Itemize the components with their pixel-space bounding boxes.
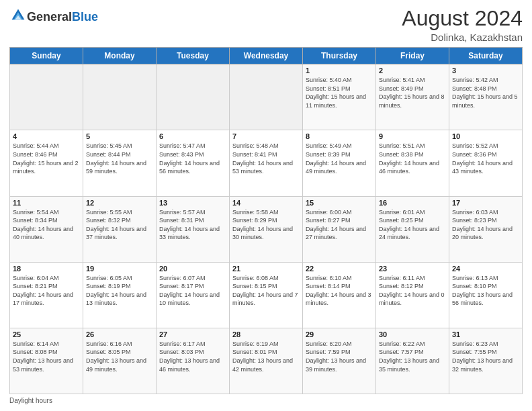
day-info: Sunrise: 6:19 AMSunset: 8:01 PMDaylight:…: [232, 340, 300, 373]
table-row: 27Sunrise: 6:17 AMSunset: 8:03 PMDayligh…: [157, 328, 230, 394]
calendar-header-row: Sunday Monday Tuesday Wednesday Thursday…: [10, 48, 523, 64]
header-sunday: Sunday: [10, 48, 83, 64]
table-row: 6Sunrise: 5:47 AMSunset: 8:43 PMDaylight…: [157, 130, 230, 196]
table-row: 2Sunrise: 5:41 AMSunset: 8:49 PMDaylight…: [376, 64, 449, 130]
day-number: 25: [13, 330, 80, 338]
day-info: Sunrise: 6:14 AMSunset: 8:08 PMDaylight:…: [13, 340, 80, 373]
logo-general-text: General: [27, 10, 72, 24]
table-row: 25Sunrise: 6:14 AMSunset: 8:08 PMDayligh…: [10, 328, 83, 394]
table-row: 7Sunrise: 5:48 AMSunset: 8:41 PMDaylight…: [230, 130, 303, 196]
table-row: 29Sunrise: 6:20 AMSunset: 7:59 PMDayligh…: [303, 328, 376, 394]
table-row: 9Sunrise: 5:51 AMSunset: 8:38 PMDaylight…: [376, 130, 449, 196]
table-row: 31Sunrise: 6:23 AMSunset: 7:55 PMDayligh…: [449, 328, 523, 394]
day-number: 10: [452, 132, 519, 140]
day-info: Sunrise: 5:49 AMSunset: 8:39 PMDaylight:…: [306, 142, 373, 175]
header-wednesday: Wednesday: [230, 48, 303, 64]
day-info: Sunrise: 5:51 AMSunset: 8:38 PMDaylight:…: [379, 142, 446, 175]
day-number: 8: [306, 132, 373, 140]
day-number: 17: [452, 199, 519, 207]
day-info: Sunrise: 5:55 AMSunset: 8:32 PMDaylight:…: [86, 208, 153, 242]
day-info: Sunrise: 6:16 AMSunset: 8:05 PMDaylight:…: [86, 340, 153, 373]
day-number: 2: [379, 66, 446, 75]
day-info: Sunrise: 6:04 AMSunset: 8:21 PMDaylight:…: [13, 274, 80, 308]
day-info: Sunrise: 6:13 AMSunset: 8:10 PMDaylight:…: [452, 274, 519, 308]
day-number: 27: [159, 330, 226, 338]
table-row: 30Sunrise: 6:22 AMSunset: 7:57 PMDayligh…: [376, 328, 449, 394]
table-row: 28Sunrise: 6:19 AMSunset: 8:01 PMDayligh…: [230, 328, 303, 394]
calendar-week-row: 18Sunrise: 6:04 AMSunset: 8:21 PMDayligh…: [10, 262, 523, 328]
table-row: 15Sunrise: 6:00 AMSunset: 8:27 PMDayligh…: [303, 196, 376, 262]
header-monday: Monday: [83, 48, 157, 64]
table-row: 14Sunrise: 5:58 AMSunset: 8:29 PMDayligh…: [230, 196, 303, 262]
table-row: 20Sunrise: 6:07 AMSunset: 8:17 PMDayligh…: [157, 262, 230, 328]
day-info: Sunrise: 6:11 AMSunset: 8:12 PMDaylight:…: [379, 274, 446, 308]
day-number: 1: [306, 66, 373, 75]
table-row: 18Sunrise: 6:04 AMSunset: 8:21 PMDayligh…: [10, 262, 83, 328]
day-number: 18: [13, 265, 80, 273]
table-row: 26Sunrise: 6:16 AMSunset: 8:05 PMDayligh…: [83, 328, 157, 394]
calendar-week-row: 4Sunrise: 5:44 AMSunset: 8:46 PMDaylight…: [10, 130, 523, 196]
day-info: Sunrise: 6:00 AMSunset: 8:27 PMDaylight:…: [306, 208, 373, 242]
day-number: 28: [232, 330, 300, 338]
day-number: 21: [232, 265, 300, 273]
day-info: Sunrise: 6:07 AMSunset: 8:17 PMDaylight:…: [159, 274, 226, 308]
table-row: 12Sunrise: 5:55 AMSunset: 8:32 PMDayligh…: [83, 196, 157, 262]
day-number: 20: [159, 265, 226, 273]
day-info: Sunrise: 6:17 AMSunset: 8:03 PMDaylight:…: [159, 340, 226, 373]
empty-cell: [230, 64, 303, 130]
day-number: 5: [86, 132, 153, 140]
table-row: 1Sunrise: 5:40 AMSunset: 8:51 PMDaylight…: [303, 64, 376, 130]
day-info: Sunrise: 6:20 AMSunset: 7:59 PMDaylight:…: [306, 340, 373, 373]
day-info: Sunrise: 5:40 AMSunset: 8:51 PMDaylight:…: [306, 76, 373, 109]
day-number: 31: [452, 330, 519, 338]
day-info: Sunrise: 5:44 AMSunset: 8:46 PMDaylight:…: [13, 142, 80, 175]
day-info: Sunrise: 5:48 AMSunset: 8:41 PMDaylight:…: [232, 142, 300, 175]
header: GeneralBlue August 2024 Dolinka, Kazakhs…: [9, 7, 523, 43]
day-info: Sunrise: 5:52 AMSunset: 8:36 PMDaylight:…: [452, 142, 519, 175]
table-row: 24Sunrise: 6:13 AMSunset: 8:10 PMDayligh…: [449, 262, 523, 328]
day-number: 22: [306, 265, 373, 273]
day-number: 6: [159, 132, 226, 140]
day-number: 15: [306, 199, 373, 207]
day-info: Sunrise: 6:05 AMSunset: 8:19 PMDaylight:…: [86, 274, 153, 308]
day-info: Sunrise: 6:01 AMSunset: 8:25 PMDaylight:…: [379, 208, 446, 242]
header-saturday: Saturday: [449, 48, 523, 64]
day-info: Sunrise: 5:57 AMSunset: 8:31 PMDaylight:…: [159, 208, 226, 242]
day-number: 19: [86, 265, 153, 273]
empty-cell: [83, 64, 157, 130]
day-info: Sunrise: 5:42 AMSunset: 8:48 PMDaylight:…: [452, 76, 519, 109]
calendar: Sunday Monday Tuesday Wednesday Thursday…: [9, 47, 523, 394]
day-info: Sunrise: 5:45 AMSunset: 8:44 PMDaylight:…: [86, 142, 153, 175]
empty-cell: [10, 64, 83, 130]
table-row: 22Sunrise: 6:10 AMSunset: 8:14 PMDayligh…: [303, 262, 376, 328]
header-tuesday: Tuesday: [157, 48, 230, 64]
table-row: 17Sunrise: 6:03 AMSunset: 8:23 PMDayligh…: [449, 196, 523, 262]
table-row: 11Sunrise: 5:54 AMSunset: 8:34 PMDayligh…: [10, 196, 83, 262]
table-row: 19Sunrise: 6:05 AMSunset: 8:19 PMDayligh…: [83, 262, 157, 328]
day-info: Sunrise: 6:08 AMSunset: 8:15 PMDaylight:…: [232, 274, 300, 308]
day-number: 16: [379, 199, 446, 207]
header-thursday: Thursday: [303, 48, 376, 64]
calendar-week-row: 1Sunrise: 5:40 AMSunset: 8:51 PMDaylight…: [10, 64, 523, 130]
day-info: Sunrise: 6:23 AMSunset: 7:55 PMDaylight:…: [452, 340, 519, 373]
table-row: 13Sunrise: 5:57 AMSunset: 8:31 PMDayligh…: [157, 196, 230, 262]
calendar-week-row: 11Sunrise: 5:54 AMSunset: 8:34 PMDayligh…: [10, 196, 523, 262]
table-row: 10Sunrise: 5:52 AMSunset: 8:36 PMDayligh…: [449, 130, 523, 196]
day-number: 30: [379, 330, 446, 338]
day-number: 26: [86, 330, 153, 338]
footer-note: Daylight hours: [9, 397, 523, 404]
logo-blue-text: Blue: [72, 10, 98, 24]
day-info: Sunrise: 5:47 AMSunset: 8:43 PMDaylight:…: [159, 142, 226, 175]
table-row: 5Sunrise: 5:45 AMSunset: 8:44 PMDaylight…: [83, 130, 157, 196]
empty-cell: [157, 64, 230, 130]
day-info: Sunrise: 6:22 AMSunset: 7:57 PMDaylight:…: [379, 340, 446, 373]
day-number: 4: [13, 132, 80, 140]
day-info: Sunrise: 5:58 AMSunset: 8:29 PMDaylight:…: [232, 208, 300, 242]
day-info: Sunrise: 6:10 AMSunset: 8:14 PMDaylight:…: [306, 274, 373, 308]
calendar-week-row: 25Sunrise: 6:14 AMSunset: 8:08 PMDayligh…: [10, 328, 523, 394]
table-row: 23Sunrise: 6:11 AMSunset: 8:12 PMDayligh…: [376, 262, 449, 328]
day-number: 9: [379, 132, 446, 140]
table-row: 8Sunrise: 5:49 AMSunset: 8:39 PMDaylight…: [303, 130, 376, 196]
day-number: 29: [306, 330, 373, 338]
day-number: 24: [452, 265, 519, 273]
